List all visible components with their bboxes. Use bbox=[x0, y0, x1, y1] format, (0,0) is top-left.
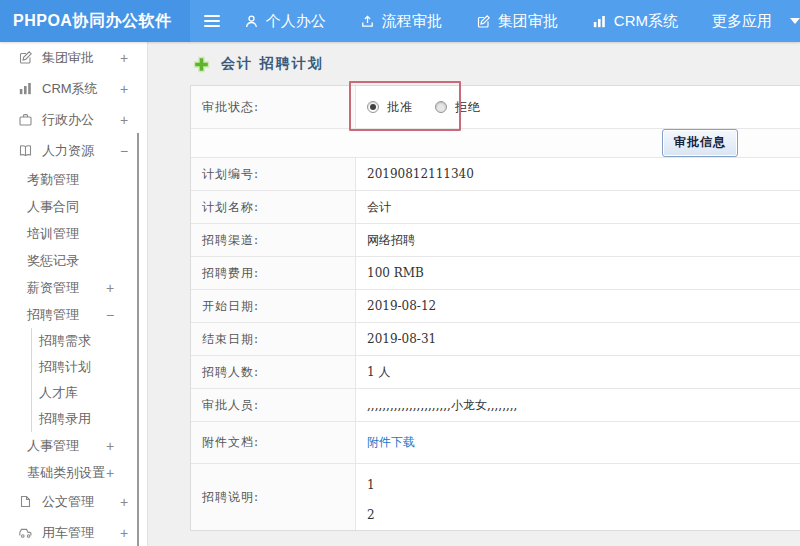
table-row-plan-number: 计划编号: 20190812111340 bbox=[191, 158, 800, 191]
edit-square-icon bbox=[476, 14, 491, 29]
caret-down-icon[interactable] bbox=[790, 18, 800, 24]
sidebar-item-group-approval[interactable]: 集团审批 + bbox=[0, 42, 147, 73]
app-window: PHPOA协同办公软件 个人办公 流程审批 bbox=[0, 0, 800, 546]
nav-item-label: 集团审批 bbox=[498, 12, 558, 31]
radio-reject-label[interactable]: 拒绝 bbox=[455, 99, 481, 116]
table-row-approvers: 审批人员: ,,,,,,,,,,,,,,,,,,,,,,小龙女,,,,,,,, bbox=[191, 389, 800, 422]
approval-action-row: 审批信息 bbox=[191, 129, 800, 158]
field-label: 结束日期: bbox=[191, 323, 356, 355]
expand-icon[interactable]: + bbox=[120, 525, 128, 541]
collapse-icon[interactable]: − bbox=[106, 307, 114, 323]
bar-chart-icon bbox=[592, 14, 607, 29]
workflow-icon bbox=[360, 14, 375, 29]
expand-icon[interactable]: + bbox=[106, 438, 114, 454]
sidebar-item-label: 公文管理 bbox=[42, 493, 94, 511]
recruitment-plan-detail-table: 审批状态: 批准 拒绝 审批信息 计划编号: 20190812111340 计划… bbox=[190, 85, 800, 531]
sidebar-item-training-mgmt[interactable]: 培训管理 bbox=[0, 220, 147, 247]
field-value: 20190812111340 bbox=[356, 158, 800, 190]
sidebar-item-human-resources[interactable]: 人力资源 − bbox=[0, 135, 147, 166]
sidebar-item-document-mgmt[interactable]: 公文管理 + bbox=[0, 486, 147, 517]
recruitment-submenu: 招聘需求 招聘计划 人才库 招聘录用 bbox=[31, 328, 147, 432]
field-label: 招聘说明: bbox=[191, 464, 356, 530]
sidebar-item-attendance-mgmt[interactable]: 考勤管理 bbox=[0, 166, 147, 193]
sidebar-item-vehicle-mgmt[interactable]: 用车管理 + bbox=[0, 517, 147, 546]
sidebar-item-reward-punish-records[interactable]: 奖惩记录 bbox=[0, 247, 147, 274]
field-label: 审批人员: bbox=[191, 389, 356, 421]
sidebar-item-label: 招聘管理 bbox=[27, 306, 79, 324]
radio-approve-label[interactable]: 批准 bbox=[387, 99, 413, 116]
expand-icon[interactable]: + bbox=[106, 465, 114, 481]
field-value: 网络招聘 bbox=[356, 224, 800, 256]
expand-icon[interactable]: + bbox=[120, 50, 128, 66]
approval-info-button[interactable]: 审批信息 bbox=[662, 129, 738, 157]
sidebar-item-admin-office[interactable]: 行政办公 + bbox=[0, 104, 147, 135]
sidebar-item-label: 奖惩记录 bbox=[27, 252, 79, 270]
field-label: 计划名称: bbox=[191, 191, 356, 223]
collapse-icon[interactable]: − bbox=[120, 143, 128, 159]
sidebar-item-label: 人事合同 bbox=[27, 198, 79, 216]
sidebar-item-recruitment-mgmt[interactable]: 招聘管理 − bbox=[0, 301, 147, 328]
sidebar-item-label: 招聘需求 bbox=[39, 332, 91, 350]
nav-item-label: 更多应用 bbox=[712, 12, 772, 31]
nav-item-more-apps[interactable]: 更多应用 bbox=[712, 12, 772, 31]
radio-reject[interactable] bbox=[435, 101, 447, 113]
sidebar-item-recruitment-needs[interactable]: 招聘需求 bbox=[32, 328, 147, 354]
field-label: 附件文档: bbox=[191, 422, 356, 463]
sidebar-item-salary-mgmt[interactable]: 薪资管理 + bbox=[0, 274, 147, 301]
sidebar-item-label: CRM系统 bbox=[42, 80, 98, 98]
sidebar-item-basic-category-settings[interactable]: 基础类别设置 + bbox=[0, 459, 147, 486]
table-row-recruitment-channel: 招聘渠道: 网络招聘 bbox=[191, 224, 800, 257]
sidebar-item-personnel-mgmt[interactable]: 人事管理 + bbox=[0, 432, 147, 459]
page-header: 会计 招聘计划 bbox=[193, 55, 324, 73]
nav-item-workflow-approval[interactable]: 流程审批 bbox=[360, 12, 442, 31]
field-label: 招聘渠道: bbox=[191, 224, 356, 256]
expand-icon[interactable]: + bbox=[120, 112, 128, 128]
field-value: 100 RMB bbox=[356, 257, 800, 289]
nav-item-label: 流程审批 bbox=[382, 12, 442, 31]
sidebar-item-recruitment-plan[interactable]: 招聘计划 bbox=[32, 354, 147, 380]
field-value: 1 2 bbox=[356, 464, 800, 530]
sidebar-item-label: 行政办公 bbox=[42, 111, 94, 129]
nav-item-label: 个人办公 bbox=[266, 12, 326, 31]
table-row-recruitment-cost: 招聘费用: 100 RMB bbox=[191, 257, 800, 290]
sidebar-item-label: 考勤管理 bbox=[27, 171, 79, 189]
sidebar: 集团审批 + CRM系统 + 行政办公 + bbox=[0, 42, 148, 546]
radio-approve[interactable] bbox=[367, 101, 379, 113]
top-navigation-bar: PHPOA协同办公软件 个人办公 流程审批 bbox=[0, 0, 800, 42]
field-value: 2019-08-31 bbox=[356, 323, 800, 355]
field-label: 计划编号: bbox=[191, 158, 356, 190]
green-plus-icon bbox=[193, 56, 210, 73]
sidebar-item-crm-system[interactable]: CRM系统 + bbox=[0, 73, 147, 104]
hamburger-menu-icon[interactable] bbox=[204, 15, 220, 27]
sidebar-item-label: 集团审批 bbox=[42, 49, 94, 67]
expand-icon[interactable]: + bbox=[106, 280, 114, 296]
sidebar-item-label: 薪资管理 bbox=[27, 279, 79, 297]
nav-item-label: CRM系统 bbox=[614, 12, 678, 31]
sidebar-item-label: 人力资源 bbox=[42, 142, 94, 160]
attachment-download-link[interactable]: 附件下载 bbox=[367, 434, 415, 451]
top-menu: 个人办公 流程审批 集团审批 bbox=[190, 0, 800, 42]
nav-item-group-approval[interactable]: 集团审批 bbox=[476, 12, 558, 31]
app-logo: PHPOA协同办公软件 bbox=[0, 0, 190, 42]
field-value: 1 人 bbox=[356, 356, 800, 388]
nav-item-personal-office[interactable]: 个人办公 bbox=[244, 12, 326, 31]
expand-icon[interactable]: + bbox=[120, 494, 128, 510]
sidebar-item-label: 基础类别设置 bbox=[27, 464, 105, 482]
page-title: 会计 招聘计划 bbox=[221, 55, 324, 73]
sidebar-scrollbar[interactable] bbox=[137, 133, 139, 546]
table-row-attachment: 附件文档: 附件下载 bbox=[191, 422, 800, 464]
expand-icon[interactable]: + bbox=[120, 81, 128, 97]
sidebar-item-label: 用车管理 bbox=[42, 524, 94, 542]
approval-status-options: 批准 拒绝 bbox=[356, 86, 800, 128]
bar-chart-icon bbox=[18, 81, 33, 96]
sidebar-item-talent-pool[interactable]: 人才库 bbox=[32, 380, 147, 406]
book-icon bbox=[18, 143, 33, 158]
field-value: ,,,,,,,,,,,,,,,,,,,,,,小龙女,,,,,,,, bbox=[356, 389, 800, 421]
edit-square-icon bbox=[18, 50, 33, 65]
table-row-plan-name: 计划名称: 会计 bbox=[191, 191, 800, 224]
field-label: 审批状态: bbox=[191, 86, 356, 128]
sidebar-item-recruitment-hiring[interactable]: 招聘录用 bbox=[32, 406, 147, 432]
sidebar-item-hr-contract[interactable]: 人事合同 bbox=[0, 193, 147, 220]
table-row-headcount: 招聘人数: 1 人 bbox=[191, 356, 800, 389]
nav-item-crm-system[interactable]: CRM系统 bbox=[592, 12, 678, 31]
